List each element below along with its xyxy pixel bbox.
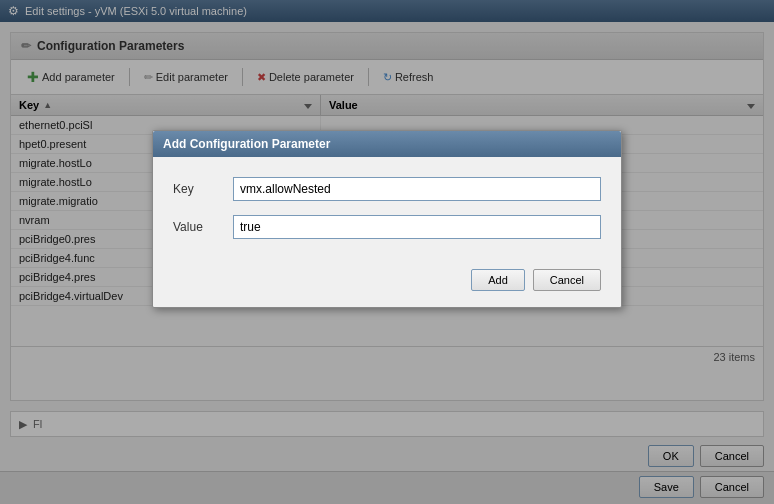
modal-overlay: Add Configuration Parameter Key Value Ad…: [0, 0, 774, 504]
value-input[interactable]: [233, 215, 601, 239]
modal-title: Add Configuration Parameter: [163, 137, 330, 151]
key-label: Key: [173, 182, 233, 196]
value-form-row: Value: [173, 215, 601, 239]
key-form-row: Key: [173, 177, 601, 201]
modal-footer: Add Cancel: [153, 269, 621, 307]
modal-add-button[interactable]: Add: [471, 269, 525, 291]
add-config-modal: Add Configuration Parameter Key Value Ad…: [152, 130, 622, 308]
value-label: Value: [173, 220, 233, 234]
key-input[interactable]: [233, 177, 601, 201]
modal-cancel-button[interactable]: Cancel: [533, 269, 601, 291]
modal-body: Key Value: [153, 157, 621, 269]
modal-title-bar: Add Configuration Parameter: [153, 131, 621, 157]
